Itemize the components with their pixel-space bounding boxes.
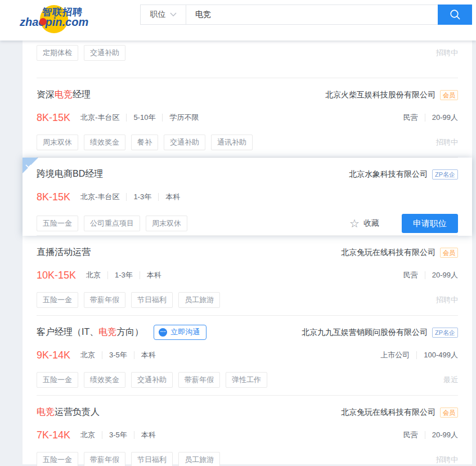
company-group: 北京兔玩在线科技有限公司会员: [341, 248, 458, 258]
company-group: 北京九九互娱营销顾问股份有限公司ZP名企: [302, 328, 458, 338]
company-info-item: 20-99人: [425, 271, 458, 279]
search-category-dropdown[interactable]: 职位: [141, 5, 186, 24]
job-results-panel: 定期体检交通补助招聘中资深电竞经理北京火柴互娱科技股份有限公司会员8K-15K北…: [23, 41, 472, 460]
apply-button[interactable]: 申请职位: [402, 214, 458, 233]
salary-group: 9K-14K北京3-5年本科: [37, 349, 163, 361]
welfare-tag: 带薪年假: [178, 372, 220, 388]
company-info: 民营20-99人: [397, 431, 458, 439]
company-name[interactable]: 北京兔玩在线科技有限公司: [341, 248, 435, 258]
search-button[interactable]: [438, 5, 472, 25]
member-badge: 会员: [440, 248, 458, 258]
salary-group: 8K-15K北京-丰台区1-3年本科: [37, 191, 187, 203]
job-card[interactable]: 直播活动运营北京兔玩在线科技有限公司会员10K-15K北京1-3年本科民营20-…: [23, 236, 472, 316]
job-card[interactable]: 电竞运营负责人北京兔玩在线科技有限公司会员7K-14K北京3-5年本科民营20-…: [23, 396, 472, 464]
company-info-item: 民营: [397, 431, 425, 439]
title-row: 电竞运营负责人北京兔玩在线科技有限公司会员: [37, 396, 458, 419]
welfare-tag: 周末双休: [146, 216, 187, 231]
salary-row: 7K-14K北京3-5年本科民营20-99人: [37, 428, 458, 442]
job-conditions: 北京-丰台区1-3年本科: [74, 193, 187, 201]
chat-button-label: 立即沟通: [170, 327, 200, 337]
title-text: 客户经理（IT、: [37, 327, 98, 337]
chat-bubble-icon: ···: [159, 328, 167, 337]
keyword-highlight: 电竞: [55, 89, 73, 99]
company-name[interactable]: 北京火柴互娱科技股份有限公司: [325, 90, 435, 100]
job-card[interactable]: 跨境电商BD经理北京水象科技有限公司ZP名企8K-15K北京-丰台区1-3年本科…: [23, 158, 472, 236]
condition-item: 1-3年: [107, 271, 140, 279]
condition-item: 学历不限: [162, 114, 205, 122]
job-card[interactable]: 客户经理（IT、电竞方向）···立即沟通北京九九互娱营销顾问股份有限公司ZP名企…: [23, 316, 472, 396]
site-header: 智联招聘 zhaopin.com 职位: [0, 0, 476, 41]
tags-row: 五险一金绩效奖金交通补助带薪年假弹性工作最近: [37, 372, 458, 388]
job-title[interactable]: 电竞运营负责人: [37, 406, 100, 418]
welfare-tags: 周末双休绩效奖金餐补交通补助通讯补助: [37, 135, 258, 150]
row-divider: [37, 235, 458, 236]
salary-group: 7K-14K北京3-5年本科: [37, 429, 163, 441]
welfare-tags: 五险一金带薪年假节日福利员工旅游: [37, 292, 226, 308]
job-conditions: 北京-丰台区5-10年学历不限: [74, 114, 205, 122]
search-input[interactable]: [186, 5, 438, 24]
welfare-tag: 五险一金: [37, 372, 78, 388]
welfare-tags: 五险一金绩效奖金交通补助带薪年假弹性工作: [37, 372, 273, 388]
welfare-tag: 绩效奖金: [84, 135, 125, 150]
job-title[interactable]: 直播活动运营: [37, 247, 91, 258]
welfare-tag: 五险一金: [37, 216, 78, 231]
job-list: 定期体检交通补助招聘中资深电竞经理北京火柴互娱科技股份有限公司会员8K-15K北…: [23, 45, 472, 464]
company-info-item: 100-499人: [416, 351, 458, 359]
salary-row: 8K-15K北京-丰台区1-3年本科: [37, 190, 458, 204]
welfare-tags: 五险一金公司重点项目周末双休: [37, 216, 193, 231]
chevron-down-icon: [170, 12, 177, 17]
job-title[interactable]: 跨境电商BD经理: [37, 168, 103, 180]
tags-row: 周末双休绩效奖金餐补交通补助通讯补助招聘中: [37, 135, 458, 150]
title-group: 客户经理（IT、电竞方向）···立即沟通: [37, 325, 206, 340]
company-name[interactable]: 北京水象科技有限公司: [349, 169, 428, 180]
star-icon[interactable]: ☆: [349, 218, 360, 229]
title-text: 直播活动运营: [37, 247, 91, 257]
condition-item: 3-5年: [102, 431, 134, 439]
condition-item: 北京-丰台区: [74, 114, 126, 122]
title-row: 直播活动运营北京兔玩在线科技有限公司会员: [37, 236, 458, 259]
condition-item: 本科: [134, 351, 163, 359]
job-title[interactable]: 客户经理（IT、电竞方向）: [37, 326, 143, 338]
condition-item: 5-10年: [126, 114, 162, 122]
zp-badge: ZP名企: [432, 169, 458, 180]
title-row: 跨境电商BD经理北京水象科技有限公司ZP名企: [37, 158, 458, 181]
status-badge: 招聘中: [436, 295, 458, 305]
site-logo[interactable]: 智联招聘 zhaopin.com: [19, 3, 98, 38]
zp-badge: ZP名企: [432, 328, 458, 338]
tags-row: 五险一金带薪年假节日福利员工旅游招聘中: [37, 452, 458, 466]
collect-button[interactable]: 收藏: [363, 218, 379, 228]
member-badge: 会员: [440, 90, 458, 100]
condition-item: 本科: [140, 271, 168, 279]
company-info: 上市公司100-499人: [374, 351, 458, 359]
check-icon: [25, 160, 32, 171]
condition-item: 北京-丰台区: [74, 193, 126, 201]
chat-button[interactable]: ···立即沟通: [154, 325, 206, 340]
company-name[interactable]: 北京九九互娱营销顾问股份有限公司: [302, 328, 428, 338]
company-info-item: 20-99人: [425, 431, 458, 439]
job-card-partial[interactable]: 定期体检交通补助招聘中: [23, 45, 472, 78]
job-conditions: 北京3-5年本科: [74, 351, 163, 359]
company-info-item: 20-99人: [425, 114, 458, 122]
keyword-highlight: 电竞: [98, 327, 116, 337]
company-name[interactable]: 北京兔玩在线科技有限公司: [341, 407, 435, 418]
salary-row: 10K-15K北京1-3年本科民营20-99人: [37, 268, 458, 283]
welfare-tag: 公司重点项目: [84, 216, 140, 231]
condition-item: 3-5年: [102, 351, 134, 359]
member-badge: 会员: [440, 407, 458, 418]
welfare-tag: 五险一金: [37, 292, 78, 308]
condition-item: 1-3年: [126, 193, 158, 201]
title-text: 方向）: [116, 327, 143, 337]
welfare-tag: 带薪年假: [84, 292, 125, 308]
title-row: 客户经理（IT、电竞方向）···立即沟通北京九九互娱营销顾问股份有限公司ZP名企: [37, 316, 458, 339]
job-card[interactable]: 资深电竞经理北京火柴互娱科技股份有限公司会员8K-15K北京-丰台区5-10年学…: [23, 78, 472, 158]
title-text: 经理: [73, 89, 91, 99]
search-bar: 职位: [140, 5, 472, 25]
title-group: 电竞运营负责人: [37, 406, 100, 418]
condition-item: 北京: [74, 431, 102, 439]
job-title[interactable]: 资深电竞经理: [37, 89, 91, 101]
company-info-item: 民营: [397, 271, 425, 279]
welfare-tag: 五险一金: [37, 452, 78, 466]
title-group: 直播活动运营: [37, 247, 91, 258]
salary-value: 10K-15K: [37, 270, 76, 281]
salary-row: 8K-15K北京-丰台区5-10年学历不限民营20-99人: [37, 110, 458, 125]
